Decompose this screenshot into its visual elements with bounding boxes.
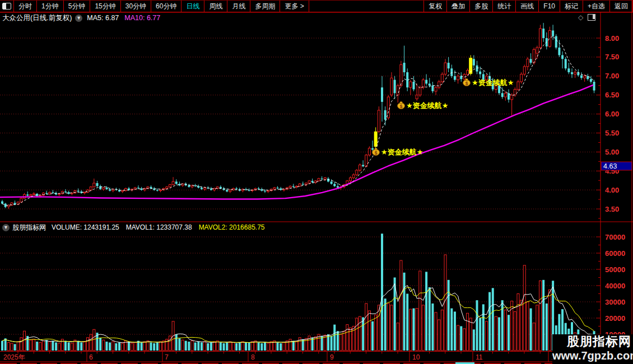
fund-marker: $★资金续航★ <box>373 148 423 156</box>
month-label: 11 <box>476 353 483 361</box>
chevron-down-icon[interactable]: ▼ <box>2 224 10 231</box>
last-price-value: 4.63 <box>603 162 617 170</box>
volume-bars-layer <box>1 234 595 351</box>
chart-canvas[interactable]: $★资金续航★$★资金续航★$★资金续航★8.007.507.006.506.0… <box>0 0 633 364</box>
price-axis-label: 7.50 <box>605 53 619 61</box>
price-axis-label: 8.00 <box>605 34 619 43</box>
svg-text:$: $ <box>400 104 403 109</box>
price-axis-label: 6.00 <box>605 110 619 118</box>
volume-axis-label: 30000 <box>605 298 625 306</box>
month-label: 9 <box>330 353 334 361</box>
x-axis: 2025年678910111 <box>3 352 588 362</box>
price-axis-label: 7.00 <box>605 72 619 80</box>
mavol1-value: MAVOL1: 1233707.38 <box>126 223 192 231</box>
last-price-tag: 4.63 <box>601 162 632 170</box>
price-axis-label: 6.50 <box>605 91 619 99</box>
watermark-brand: 股朋指标网 <box>552 334 631 349</box>
volume-axis-label: 20000 <box>605 314 625 323</box>
fund-marker-label: ★资金续航★ <box>472 78 514 87</box>
volume-value: VOLUME: 1243191.25 <box>52 223 119 231</box>
fund-marker-label: ★资金续航★ <box>406 101 448 110</box>
price-axis: 8.007.507.006.506.005.505.004.504.003.50 <box>597 34 619 219</box>
fund-marker: $★资金续航★ <box>398 101 449 110</box>
trading-terminal: 分时1分钟5分钟15分钟30分钟60分钟日线周线月线多周期更多 > 复权叠加多股… <box>0 0 633 364</box>
volume-pane-header: ▼ 股朋指标网 VOLUME: 1243191.25 MAVOL1: 12337… <box>2 223 272 231</box>
month-label: 7 <box>165 353 169 361</box>
price-axis-label: 4.00 <box>605 186 619 194</box>
fund-marker-label: ★资金续航★ <box>381 148 423 156</box>
volume-axis-label: 40000 <box>605 282 625 290</box>
svg-text:$: $ <box>375 150 378 156</box>
candles-layer <box>1 23 595 209</box>
volume-axis: 70000600005000040000300002000010000 <box>597 233 625 343</box>
ma5-line <box>2 36 594 205</box>
month-label: 6 <box>89 353 93 361</box>
volume-axis-label: 60000 <box>605 249 625 258</box>
price-axis-label: 5.00 <box>605 148 619 156</box>
month-label: 8 <box>251 353 255 361</box>
price-axis-label: 5.50 <box>605 129 619 137</box>
volume-axis-label: 70000 <box>605 233 625 241</box>
volume-axis-label: 50000 <box>605 265 625 274</box>
ma10-line <box>0 85 593 199</box>
watermark-url: www.7gpzb.com <box>552 349 631 362</box>
month-label: 2025年 <box>3 353 25 361</box>
fund-marker: $★资金续航★ <box>463 78 514 87</box>
watermark: 股朋指标网 www.7gpzb.com <box>552 334 633 364</box>
mavol2-value: MAVOL2: 2016685.75 <box>199 223 265 231</box>
month-label: 10 <box>412 353 420 361</box>
svg-text:$: $ <box>466 81 468 86</box>
price-axis-label: 3.50 <box>605 205 619 213</box>
indicator-brand: 股朋指标网 <box>12 223 46 232</box>
